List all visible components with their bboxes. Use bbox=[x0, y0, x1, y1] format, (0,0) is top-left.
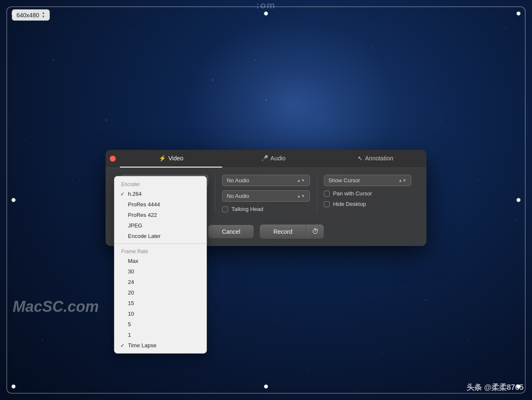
record-button-group: Record ⏱ bbox=[259, 224, 324, 239]
tab-audio-label: Audio bbox=[271, 155, 286, 162]
timer-icon: ⏱ bbox=[312, 228, 319, 235]
audio-source1-select[interactable]: No Audio ▲▼ bbox=[222, 175, 309, 186]
framerate-timelapse[interactable]: Time Lapse bbox=[114, 340, 206, 351]
stepper-down[interactable]: ▼ bbox=[42, 15, 45, 19]
watermark-top: :om bbox=[256, 0, 276, 11]
talking-head-row: Talking Head bbox=[222, 206, 309, 212]
encoder-encode-later[interactable]: Encode Later bbox=[114, 231, 206, 241]
audio-source2-arrow: ▲▼ bbox=[297, 194, 305, 198]
encoder-section-label: Encoder bbox=[114, 179, 206, 189]
tab-annotation-label: Annotation bbox=[365, 155, 394, 162]
framerate-max[interactable]: Max bbox=[114, 256, 206, 266]
hide-desktop-row: Hide Desktop bbox=[324, 201, 411, 207]
recording-dialog: ⚡ Video 🎤 Audio ↖ Annotation h.264 – T. … bbox=[106, 150, 426, 246]
resolution-stepper[interactable]: ▲ ▼ bbox=[42, 11, 45, 19]
side-watermark: MacSC.com bbox=[13, 298, 99, 316]
audio-source2-select[interactable]: No Audio ▲▼ bbox=[222, 190, 309, 202]
audio-source1-label: No Audio bbox=[227, 177, 249, 184]
talking-head-label: Talking Head bbox=[231, 206, 263, 212]
cursor-arrow: ▲▼ bbox=[398, 178, 407, 183]
framerate-24[interactable]: 24 bbox=[114, 277, 206, 287]
annotation-icon: ↖ bbox=[358, 155, 363, 162]
tab-video-label: Video bbox=[168, 155, 184, 162]
close-button[interactable] bbox=[110, 156, 116, 162]
cursor-select[interactable]: Show Cursor ▲▼ bbox=[324, 175, 411, 186]
hide-desktop-label: Hide Desktop bbox=[333, 201, 366, 207]
tab-audio[interactable]: 🎤 Audio bbox=[222, 150, 324, 168]
tab-bar: ⚡ Video 🎤 Audio ↖ Annotation bbox=[106, 150, 426, 168]
pan-with-cursor-label: Pan with Cursor bbox=[333, 190, 372, 197]
framerate-10[interactable]: 10 bbox=[114, 308, 206, 319]
cancel-button[interactable]: Cancel bbox=[208, 224, 254, 239]
annotation-column: Show Cursor ▲▼ Pan with Cursor Hide Desk… bbox=[317, 175, 418, 212]
resolution-badge[interactable]: 640x480 ▲ ▼ bbox=[12, 9, 50, 21]
pan-with-cursor-checkbox[interactable] bbox=[324, 191, 330, 197]
framerate-30[interactable]: 30 bbox=[114, 266, 206, 277]
audio-source2-label: No Audio bbox=[227, 193, 249, 199]
encoder-prores422[interactable]: ProRes 422 bbox=[114, 210, 206, 220]
encoder-dropdown: Encoder h.264 ProRes 4444 ProRes 422 JPE… bbox=[114, 176, 207, 354]
framerate-section-label: Frame Rate bbox=[114, 246, 206, 256]
framerate-5[interactable]: 5 bbox=[114, 319, 206, 330]
dropdown-divider bbox=[114, 243, 206, 244]
bottom-watermark: 头条 @柔柔8765 bbox=[467, 382, 524, 392]
pan-with-cursor-row: Pan with Cursor bbox=[324, 190, 411, 197]
record-timer-button[interactable]: ⏱ bbox=[307, 224, 324, 239]
talking-head-checkbox[interactable] bbox=[222, 206, 228, 212]
audio-column: No Audio ▲▼ No Audio ▲▼ Talking Head bbox=[215, 175, 317, 212]
tab-video[interactable]: ⚡ Video bbox=[120, 150, 222, 168]
encoder-h264[interactable]: h.264 bbox=[114, 189, 206, 199]
video-icon: ⚡ bbox=[159, 155, 166, 162]
encoder-prores4444[interactable]: ProRes 4444 bbox=[114, 199, 206, 210]
hide-desktop-checkbox[interactable] bbox=[324, 201, 330, 207]
resolution-label: 640x480 bbox=[16, 12, 39, 19]
encoder-jpeg[interactable]: JPEG bbox=[114, 220, 206, 231]
stepper-up[interactable]: ▲ bbox=[42, 11, 45, 15]
audio-source1-arrow: ▲▼ bbox=[297, 178, 305, 183]
framerate-1[interactable]: 1 bbox=[114, 330, 206, 340]
framerate-20[interactable]: 20 bbox=[114, 287, 206, 298]
audio-icon: 🎤 bbox=[261, 155, 268, 162]
framerate-15[interactable]: 15 bbox=[114, 298, 206, 308]
record-button[interactable]: Record bbox=[259, 224, 306, 239]
cursor-select-label: Show Cursor bbox=[328, 177, 360, 184]
tab-annotation[interactable]: ↖ Annotation bbox=[324, 150, 426, 168]
